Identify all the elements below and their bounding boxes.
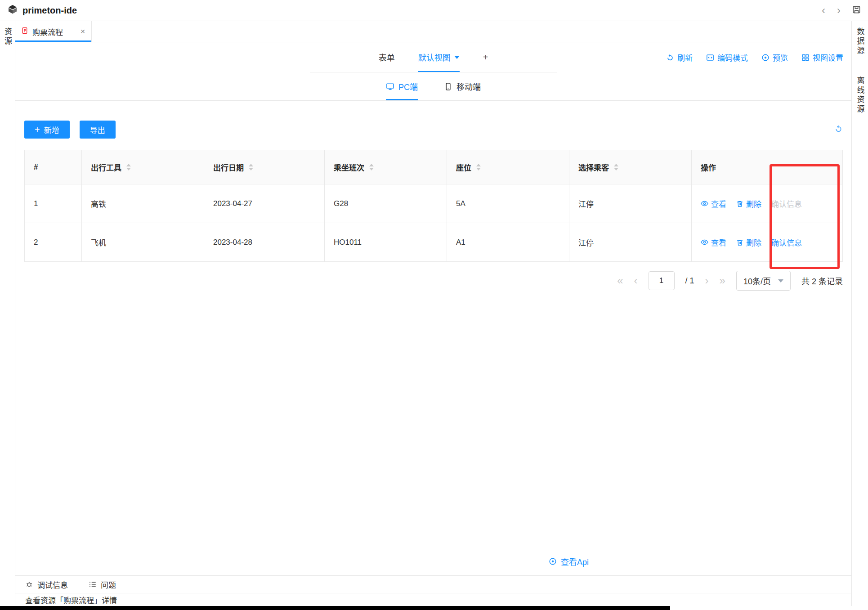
table-row: 1 高铁 2023-04-27 G28 5A 江停 <box>25 184 843 223</box>
column-header-passenger[interactable]: 选择乘客 <box>569 150 692 184</box>
export-button-label: 导出 <box>90 124 105 135</box>
view-api-link[interactable]: 查看Api <box>549 556 589 567</box>
next-page-icon[interactable]: › <box>705 275 709 286</box>
view-tabs: 表单 默认视图 + <box>310 42 557 72</box>
sort-icons <box>476 164 481 170</box>
view-api-label: 查看Api <box>561 556 589 567</box>
issues-label: 问题 <box>101 579 116 590</box>
cell-passenger: 江停 <box>569 223 692 262</box>
view-row-button[interactable]: 查看 <box>701 198 726 209</box>
nav-back-icon[interactable]: ‹ <box>822 5 825 16</box>
cell-seat: A1 <box>447 223 569 262</box>
preview-button[interactable]: 预览 <box>761 52 788 63</box>
delete-row-button[interactable]: 删除 <box>736 198 761 209</box>
cell-date: 2023-04-27 <box>204 184 325 223</box>
data-table-wrap: # 出行工具 出行日期 乘坐班次 座位 选择乘客 操作 1 <box>24 150 843 262</box>
editor-tab-ticket-flow[interactable]: 购票流程 ✕ <box>15 21 92 42</box>
view-toolbar: 表单 默认视图 + 刷新 编码模式 <box>15 42 851 72</box>
total-pages-label: / 1 <box>685 276 694 286</box>
refresh-icon <box>666 54 674 62</box>
view-toolbar-actions: 刷新 编码模式 预览 视图设置 <box>666 42 843 72</box>
add-view-button[interactable]: + <box>483 42 488 72</box>
cell-index: 2 <box>25 223 82 262</box>
main-body: 资源 购票流程 ✕ 表单 <box>0 21 868 606</box>
eye-icon <box>701 238 708 246</box>
issues-button[interactable]: 问题 <box>89 579 116 590</box>
column-header-operations: 操作 <box>692 150 843 184</box>
column-header-seat[interactable]: 座位 <box>447 150 569 184</box>
table-actions-row: + 新增 导出 <box>24 121 843 139</box>
refresh-button[interactable]: 刷新 <box>666 52 693 63</box>
sort-asc-icon <box>614 164 618 166</box>
debug-info-label: 调试信息 <box>37 579 68 590</box>
offline-resources-panel-toggle[interactable]: 离线资源 <box>855 76 866 114</box>
code-mode-button[interactable]: 编码模式 <box>706 52 748 63</box>
tab-pc[interactable]: PC端 <box>386 72 418 100</box>
tab-pc-label: PC端 <box>398 81 418 92</box>
tab-form-label: 表单 <box>379 51 395 63</box>
column-header-date[interactable]: 出行日期 <box>204 150 325 184</box>
last-page-icon[interactable]: » <box>720 275 725 286</box>
cell-number: G28 <box>325 184 447 223</box>
debug-info-button[interactable]: 调试信息 <box>25 579 68 590</box>
table-header-row: # 出行工具 出行日期 乘坐班次 座位 选择乘客 操作 <box>25 150 843 184</box>
page-size-value: 10条/页 <box>743 275 771 287</box>
grid-icon <box>801 54 810 62</box>
first-page-icon[interactable]: « <box>617 275 623 286</box>
editor-tabstrip: 购票流程 ✕ <box>15 21 851 42</box>
delete-row-button[interactable]: 删除 <box>736 237 761 248</box>
preview-eye-icon <box>761 54 770 62</box>
total-records-label: 共 2 条记录 <box>801 275 843 287</box>
data-table: # 出行工具 出行日期 乘坐班次 座位 选择乘客 操作 1 <box>24 150 843 262</box>
editor-tab-label: 购票流程 <box>32 26 63 37</box>
center-column: 购票流程 ✕ 表单 默认视图 + <box>15 21 851 606</box>
eye-icon <box>701 200 708 207</box>
tab-mobile[interactable]: 移动端 <box>444 72 481 100</box>
page-size-select[interactable]: 10条/页 <box>736 271 791 291</box>
tab-default-view[interactable]: 默认视图 <box>418 42 460 72</box>
right-rail: 数据源 离线资源 <box>851 21 868 606</box>
view-settings-label: 视图设置 <box>813 52 843 63</box>
prev-page-icon[interactable]: ‹ <box>634 275 638 286</box>
resources-panel-toggle[interactable]: 资源 <box>2 27 13 606</box>
pagination: « ‹ 1 / 1 › » 10条/页 共 2 条记录 <box>24 271 843 291</box>
app-window: primeton-ide ‹ › 资源 购票流程 ✕ <box>0 0 868 610</box>
datasource-panel-toggle[interactable]: 数据源 <box>855 27 866 56</box>
preview-label: 预览 <box>773 52 788 63</box>
code-mode-label: 编码模式 <box>717 52 748 63</box>
add-button-label: 新增 <box>44 124 59 135</box>
view-row-button[interactable]: 查看 <box>701 237 726 248</box>
confirm-info-button[interactable]: 确认信息 <box>771 198 802 209</box>
bottom-panel-bar: 调试信息 问题 <box>15 575 851 593</box>
table-refresh-icon[interactable] <box>834 125 843 135</box>
cell-date: 2023-04-28 <box>204 223 325 262</box>
trash-icon <box>736 200 743 207</box>
cell-number: HO1011 <box>325 223 447 262</box>
tab-form[interactable]: 表单 <box>379 42 395 72</box>
tab-default-view-label: 默认视图 <box>418 51 451 63</box>
add-button[interactable]: + 新增 <box>24 121 70 139</box>
nav-forward-icon[interactable]: › <box>837 5 841 16</box>
column-header-tool[interactable]: 出行工具 <box>82 150 204 184</box>
tab-mobile-label: 移动端 <box>456 81 481 92</box>
confirm-info-button[interactable]: 确认信息 <box>771 237 802 248</box>
close-icon[interactable]: ✕ <box>80 28 85 35</box>
cell-tool: 飞机 <box>82 223 204 262</box>
left-rail: 资源 <box>0 21 15 606</box>
code-window-icon <box>706 54 714 62</box>
sort-asc-icon <box>126 164 131 166</box>
refresh-label: 刷新 <box>677 52 693 63</box>
view-settings-button[interactable]: 视图设置 <box>801 52 843 63</box>
page-number-input[interactable]: 1 <box>649 271 675 290</box>
plus-icon: + <box>35 125 40 134</box>
column-header-number[interactable]: 乘坐班次 <box>325 150 447 184</box>
cell-operations: 查看 删除 确认信息 <box>692 223 843 262</box>
sort-desc-icon <box>249 168 253 170</box>
cell-tool: 高铁 <box>82 184 204 223</box>
device-tabs: PC端 移动端 <box>15 72 851 101</box>
cell-passenger: 江停 <box>569 184 692 223</box>
status-bar: 查看资源「购票流程」详情 <box>15 593 851 606</box>
export-button[interactable]: 导出 <box>80 121 116 139</box>
save-icon[interactable] <box>852 5 861 16</box>
phone-icon <box>444 82 452 91</box>
